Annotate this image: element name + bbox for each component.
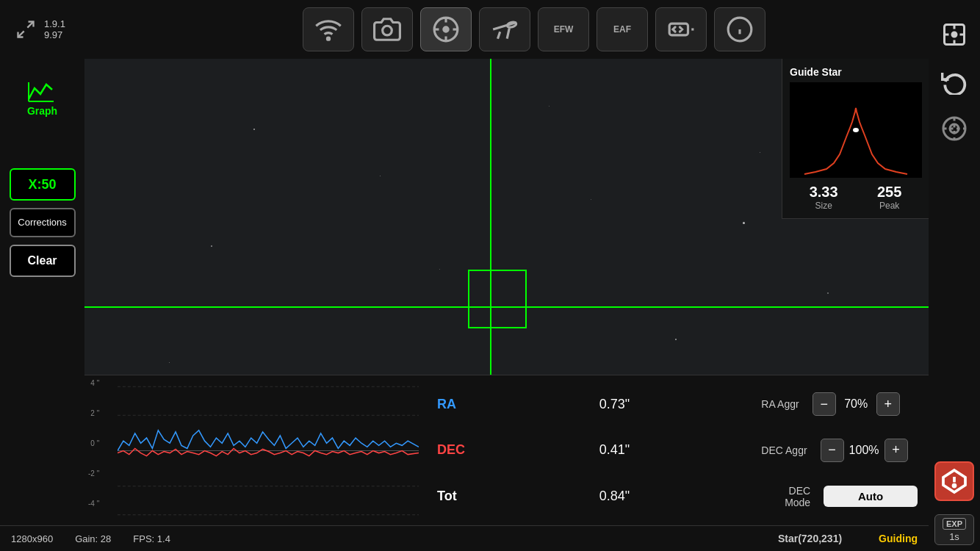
dec-aggr-value: 100% — [848, 444, 881, 457]
status-star-pos: Star(720,231) — [778, 533, 842, 544]
camera-btn[interactable] — [361, 7, 413, 51]
ra-aggr-value: 70% — [840, 397, 873, 411]
status-resolution: 1280x960 — [11, 533, 53, 544]
y-tick-0: 0 " — [90, 439, 99, 447]
guiding-btn[interactable] — [420, 7, 472, 51]
svg-line-1 — [18, 31, 24, 37]
star-peak-label: Peak — [877, 201, 901, 211]
eaf-btn[interactable]: EAF — [597, 7, 648, 51]
status-gain: Gain: 28 — [75, 533, 111, 544]
star-peak-stat: 255 Peak — [877, 184, 901, 211]
dec-mode-btn[interactable]: Auto — [824, 486, 918, 507]
y-tick-2: 2 " — [90, 409, 99, 417]
svg-point-36 — [853, 128, 859, 132]
svg-point-3 — [383, 26, 392, 35]
version-line2: 9.97 — [44, 29, 81, 40]
ra-aggr-plus[interactable]: + — [876, 392, 900, 416]
guide-target-btn[interactable] — [934, 15, 974, 54]
dec-value: 0.41" — [599, 442, 756, 458]
clear-btn[interactable]: Clear — [10, 245, 76, 277]
svg-point-9 — [444, 27, 448, 32]
info-btn[interactable] — [714, 7, 765, 51]
efw-btn[interactable]: EFW — [538, 7, 589, 51]
svg-line-11 — [498, 32, 500, 39]
statusbar: 1280x960 Gain: 28 FPS: 1.4 Star(720,231)… — [0, 525, 929, 551]
lock-target-btn[interactable] — [934, 109, 974, 148]
right-sidebar: EXP 1s — [929, 0, 980, 551]
bottom-panel: 4 " 2 " 0 " -2 " -4 " RA 0.73" — [84, 375, 929, 525]
tot-value: 0.84" — [599, 489, 756, 504]
status-fps: FPS: 1.4 — [133, 533, 170, 544]
star-size-stat: 3.33 Size — [810, 184, 838, 211]
guide-star-panel: Guide Star 3.33 Size — [782, 59, 929, 219]
graph-svg — [118, 379, 419, 522]
star-size-label: Size — [810, 201, 838, 211]
top-icons: EFW EAF — [96, 7, 973, 51]
graph-y-axis: 4 " 2 " 0 " -2 " -4 " — [88, 375, 99, 511]
battery-btn[interactable] — [655, 7, 707, 51]
svg-line-12 — [507, 28, 509, 38]
ra-value: 0.73" — [599, 397, 756, 412]
ra-label: RA — [437, 397, 594, 412]
dec-label: DEC — [437, 442, 594, 458]
svg-point-2 — [327, 37, 329, 40]
dec-aggr-minus[interactable]: − — [821, 439, 844, 462]
refresh-btn[interactable] — [934, 62, 974, 101]
svg-point-24 — [952, 32, 956, 37]
left-sidebar: Graph X:50 Corrections Clear — [0, 59, 84, 525]
guide-star-image — [790, 82, 922, 178]
dec-aggr-buttons: − 100% + — [821, 439, 908, 462]
exp-label: EXP — [943, 518, 966, 530]
ra-aggr-minus[interactable]: − — [813, 392, 836, 416]
ra-aggr-control: RA Aggr − 70% + — [761, 392, 918, 416]
star-stats: 3.33 Size 255 Peak — [790, 184, 921, 211]
topbar: 1.9.1 9.97 — [0, 0, 980, 59]
controls-panel: RA 0.73" RA Aggr − 70% + DEC 0.41" DEC A… — [426, 375, 929, 525]
ra-aggr-buttons: − 70% + — [813, 392, 900, 416]
telescope-btn[interactable] — [479, 7, 530, 51]
graph-area: 4 " 2 " 0 " -2 " -4 " — [84, 375, 426, 526]
y-tick-n4: -4 " — [88, 500, 99, 508]
y-tick-n2: -2 " — [88, 469, 99, 478]
svg-point-31 — [954, 485, 956, 487]
graph-label: Graph — [27, 105, 57, 117]
y-tick-4: 4 " — [90, 379, 99, 387]
guiding-status: Guiding — [879, 533, 918, 544]
guide-star-title: Guide Star — [790, 66, 921, 78]
tot-label: Tot — [437, 489, 594, 504]
stop-btn[interactable] — [934, 461, 974, 501]
version-line1: 1.9.1 — [44, 18, 81, 29]
wifi-btn[interactable] — [303, 7, 354, 51]
expand-icon-btn[interactable] — [7, 11, 44, 48]
x-value-btn[interactable]: X:50 — [10, 168, 76, 201]
graph-label-area[interactable]: Graph — [27, 81, 57, 117]
star-size-value: 3.33 — [810, 184, 838, 201]
svg-line-0 — [27, 22, 33, 28]
exp-value: 1s — [949, 531, 959, 542]
dec-aggr-control: DEC Aggr − 100% + — [761, 439, 918, 462]
star-peak-value: 255 — [877, 184, 901, 201]
exp-btn[interactable]: EXP 1s — [934, 514, 974, 545]
corrections-btn[interactable]: Corrections — [10, 208, 76, 237]
version-block: 1.9.1 9.97 — [44, 18, 81, 40]
guide-box — [468, 270, 527, 328]
dec-mode-control: DEC Mode Auto — [761, 485, 918, 508]
dec-aggr-plus[interactable]: + — [884, 439, 908, 462]
